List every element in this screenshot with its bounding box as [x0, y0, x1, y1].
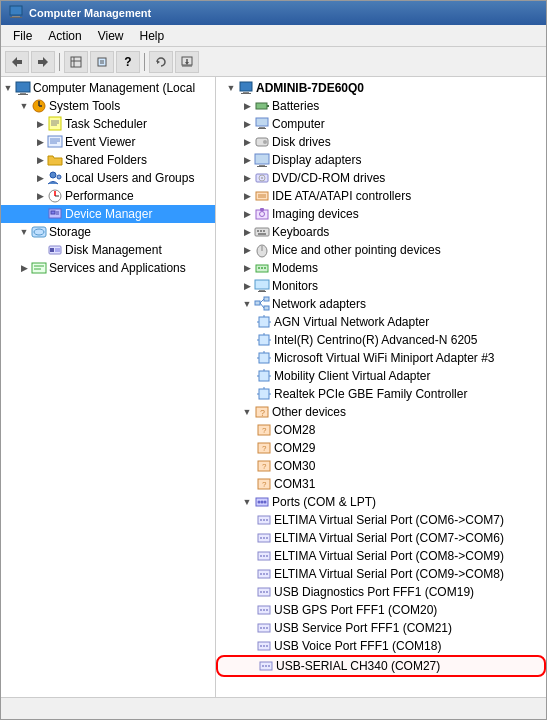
shared-folders-item[interactable]: ▶ Shared Folders	[1, 151, 215, 169]
dvd-expand[interactable]: ▶	[240, 171, 254, 185]
display-adapters-label: Display adapters	[272, 153, 361, 167]
imaging-item[interactable]: ▶ Imaging devices	[216, 205, 546, 223]
services-item[interactable]: ▶ Services and Applications	[1, 259, 215, 277]
display-adapters-expand[interactable]: ▶	[240, 153, 254, 167]
network-icon	[254, 296, 270, 312]
menu-action[interactable]: Action	[40, 27, 89, 44]
menu-help[interactable]: Help	[132, 27, 173, 44]
usb-voice-item[interactable]: USB Voice Port FFF1 (COM18)	[216, 637, 546, 655]
other-devices-label: Other devices	[272, 405, 346, 419]
ms-virtual-adapter-item[interactable]: Microsoft Virtual WiFi Miniport Adapter …	[216, 349, 546, 367]
back-button[interactable]	[5, 51, 29, 73]
shared-folders-expand[interactable]: ▶	[33, 153, 47, 167]
com30-item[interactable]: ? COM30	[216, 457, 546, 475]
monitors-label: Monitors	[272, 279, 318, 293]
ide-item[interactable]: ▶ IDE ATA/ATAPI controllers	[216, 187, 546, 205]
export-button[interactable]	[175, 51, 199, 73]
disk-drives-expand[interactable]: ▶	[240, 135, 254, 149]
mice-item[interactable]: ▶ Mice and other pointing devices	[216, 241, 546, 259]
modems-item[interactable]: ▶ Modems	[216, 259, 546, 277]
mobility-adapter-item[interactable]: Mobility Client Virtual Adapter	[216, 367, 546, 385]
ports-item[interactable]: ▼ Ports (COM & LPT)	[216, 493, 546, 511]
dvd-item[interactable]: ▶ DVD/CD-ROM drives	[216, 169, 546, 187]
refresh-button[interactable]	[149, 51, 173, 73]
intel-adapter-item[interactable]: Intel(R) Centrino(R) Advanced-N 6205	[216, 331, 546, 349]
forward-button[interactable]	[31, 51, 55, 73]
eltima-com6-item[interactable]: ELTIMA Virtual Serial Port (COM6->COM7)	[216, 511, 546, 529]
computer-expand[interactable]: ▶	[240, 117, 254, 131]
usb-serial-ch340-item[interactable]: USB-SERIAL CH340 (COM27)	[216, 655, 546, 677]
right-root[interactable]: ▼ ADMINIB-7DE60Q0	[216, 79, 546, 97]
task-scheduler-item[interactable]: ▶ Task Scheduler	[1, 115, 215, 133]
batteries-expand[interactable]: ▶	[240, 99, 254, 113]
device-manager-icon	[47, 206, 63, 222]
ide-expand[interactable]: ▶	[240, 189, 254, 203]
help-button[interactable]: ?	[116, 51, 140, 73]
usb-diag-item[interactable]: USB Diagnostics Port FFF1 (COM19)	[216, 583, 546, 601]
display-adapters-item[interactable]: ▶ Display adapters	[216, 151, 546, 169]
status-bar	[1, 697, 546, 719]
eltima-com6-label: ELTIMA Virtual Serial Port (COM6->COM7)	[274, 513, 504, 527]
realtek-adapter-item[interactable]: Realtek PCIe GBE Family Controller	[216, 385, 546, 403]
svg-point-123	[260, 519, 262, 521]
shared-folders-label: Shared Folders	[65, 153, 147, 167]
mice-expand[interactable]: ▶	[240, 243, 254, 257]
show-tree-button[interactable]	[64, 51, 88, 73]
disk-management-expand[interactable]: ​	[33, 243, 47, 257]
eltima-com7-item[interactable]: ELTIMA Virtual Serial Port (COM7->COM6)	[216, 529, 546, 547]
other-devices-expand[interactable]: ▼	[240, 405, 254, 419]
event-viewer-expand[interactable]: ▶	[33, 135, 47, 149]
svg-rect-100	[259, 371, 269, 381]
com29-item[interactable]: ? COM29	[216, 439, 546, 457]
local-users-item[interactable]: ▶ Local Users and Groups	[1, 169, 215, 187]
properties-button[interactable]	[90, 51, 114, 73]
imaging-expand[interactable]: ▶	[240, 207, 254, 221]
dvd-icon	[254, 170, 270, 186]
network-adapters-item[interactable]: ▼ Network adapters	[216, 295, 546, 313]
menu-file[interactable]: File	[5, 27, 40, 44]
storage-item[interactable]: ▼ Storage	[1, 223, 215, 241]
left-root[interactable]: ▼ Computer Management (Local	[1, 79, 215, 97]
performance-item[interactable]: ▶ Performance	[1, 187, 215, 205]
svg-point-132	[263, 555, 265, 557]
other-devices-item[interactable]: ▼ ? Other devices	[216, 403, 546, 421]
modems-expand[interactable]: ▶	[240, 261, 254, 275]
serial-icon-6	[256, 602, 272, 618]
agn-adapter-item[interactable]: AGN Virtual Network Adapter	[216, 313, 546, 331]
storage-expand[interactable]: ▼	[17, 225, 31, 239]
root-expand[interactable]: ▼	[1, 81, 15, 95]
svg-rect-47	[240, 82, 252, 91]
right-root-expand[interactable]: ▼	[224, 81, 238, 95]
eltima-com8-item[interactable]: ELTIMA Virtual Serial Port (COM8->COM9)	[216, 547, 546, 565]
network-adapters-expand[interactable]: ▼	[240, 297, 254, 311]
com31-item[interactable]: ? COM31	[216, 475, 546, 493]
disk-management-item[interactable]: ​ Disk Management	[1, 241, 215, 259]
event-viewer-item[interactable]: ▶ Event Viewer	[1, 133, 215, 151]
batteries-item[interactable]: ▶ Batteries	[216, 97, 546, 115]
ports-expand[interactable]: ▼	[240, 495, 254, 509]
usb-gps-item[interactable]: USB GPS Port FFF1 (COM20)	[216, 601, 546, 619]
usb-service-item[interactable]: USB Service Port FFF1 (COM21)	[216, 619, 546, 637]
local-users-expand[interactable]: ▶	[33, 171, 47, 185]
device-manager-item[interactable]: ​ Device Manager	[1, 205, 215, 223]
system-tools-expand[interactable]: ▼	[17, 99, 31, 113]
monitors-expand[interactable]: ▶	[240, 279, 254, 293]
menu-view[interactable]: View	[90, 27, 132, 44]
computer-management-icon	[15, 80, 31, 96]
services-expand[interactable]: ▶	[17, 261, 31, 275]
device-manager-expand[interactable]: ​	[33, 207, 47, 221]
svg-text:?: ?	[262, 462, 267, 471]
intel-adapter-label: Intel(R) Centrino(R) Advanced-N 6205	[274, 333, 477, 347]
eltima-com9-item[interactable]: ELTIMA Virtual Serial Port (COM9->COM8)	[216, 565, 546, 583]
system-tools-item[interactable]: ▼ System Tools	[1, 97, 215, 115]
com28-item[interactable]: ? COM28	[216, 421, 546, 439]
svg-rect-53	[259, 127, 265, 128]
svg-rect-0	[10, 6, 22, 15]
disk-drives-item[interactable]: ▶ Disk drives	[216, 133, 546, 151]
keyboards-expand[interactable]: ▶	[240, 225, 254, 239]
monitors-item[interactable]: ▶ Monitors	[216, 277, 546, 295]
keyboards-item[interactable]: ▶ Keyboards	[216, 223, 546, 241]
performance-expand[interactable]: ▶	[33, 189, 47, 203]
computer-item[interactable]: ▶ Computer	[216, 115, 546, 133]
task-scheduler-expand[interactable]: ▶	[33, 117, 47, 131]
